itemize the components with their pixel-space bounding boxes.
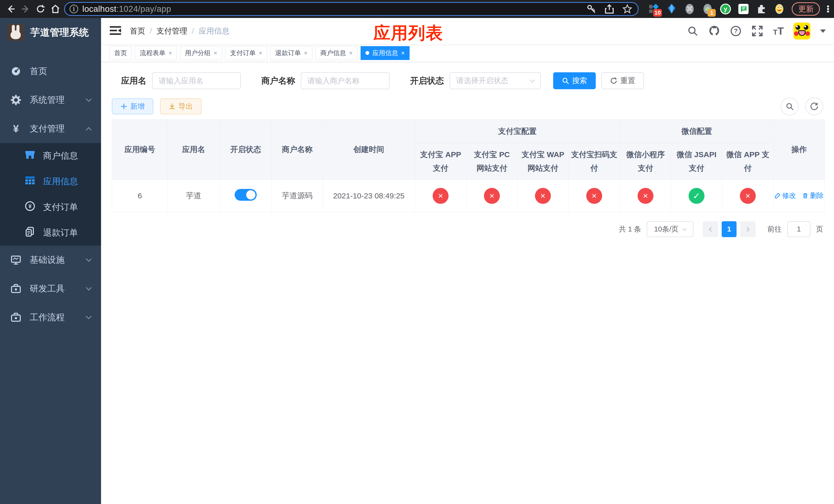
back-icon[interactable]: [5, 3, 17, 15]
address-bar[interactable]: i localhost:1024/pay/app: [64, 2, 639, 16]
status-cross-icon: ×: [535, 188, 551, 204]
cell-status: [220, 180, 272, 212]
bookmark-star-icon[interactable]: [621, 3, 633, 15]
chrome-menu-icon[interactable]: •••: [827, 5, 829, 13]
col-alipay-pc: 支付宝 PC 网站支付: [466, 143, 518, 180]
url-text[interactable]: localhost:1024/pay/app: [82, 4, 171, 14]
tab-app-info[interactable]: 应用信息×: [360, 46, 410, 60]
status-cross-icon: ×: [484, 188, 500, 204]
breadcrumb-home[interactable]: 首页: [130, 26, 145, 37]
reset-button[interactable]: 重置: [601, 72, 644, 89]
tab-refund-order[interactable]: 退款订单×: [270, 46, 312, 60]
extension-grid-icon[interactable]: 10: [648, 3, 659, 15]
page-content: 应用名 商户名称 开启状态 请选择开启状态 搜索 重置: [101, 62, 834, 504]
font-size-icon[interactable]: TT: [773, 26, 784, 36]
sidebar-item-label: 工作流程: [30, 312, 79, 323]
extension-chat-icon[interactable]: [738, 3, 749, 15]
close-icon[interactable]: ×: [259, 49, 262, 56]
page-number-button[interactable]: 1: [722, 221, 737, 237]
page-size-select[interactable]: 10条/页: [647, 221, 694, 237]
sidebar-item-merchant-info[interactable]: 商户信息: [0, 143, 101, 169]
tab-pay-order[interactable]: 支付订单×: [225, 46, 267, 60]
chevron-down-icon: [530, 77, 535, 83]
toolbox-icon: [10, 312, 22, 323]
avatar-caret-icon[interactable]: [820, 29, 826, 33]
add-button[interactable]: 新增: [112, 98, 153, 114]
site-info-icon[interactable]: i: [69, 5, 78, 13]
export-button[interactable]: 导出: [160, 98, 202, 114]
share-icon[interactable]: [603, 3, 615, 15]
sidebar-item-app-info[interactable]: 应用信息: [0, 169, 101, 194]
fullscreen-icon[interactable]: [751, 25, 763, 37]
merchant-name-input[interactable]: [301, 72, 390, 89]
browser-toolbar: i localhost:1024/pay/app 10 ⌘: [0, 0, 834, 18]
chevron-down-icon: [682, 226, 687, 231]
app-name-label: 应用名: [121, 75, 147, 87]
status-select-placeholder: 请选择开启状态: [456, 76, 508, 86]
sidebar-item-workflow[interactable]: 工作流程: [0, 303, 101, 332]
sidebar-item-pay-order[interactable]: ¥ 支付订单: [0, 194, 101, 220]
sidebar-item-infrastructure[interactable]: 基础设施: [0, 246, 101, 274]
extension-profile-icon[interactable]: 1: [702, 3, 713, 15]
close-icon[interactable]: ×: [349, 49, 353, 56]
col-alipay-wap: 支付宝 WAP 网站支付: [518, 143, 569, 180]
sidebar-item-refund-order[interactable]: 退款订单: [0, 220, 101, 246]
toggle-search-button[interactable]: [781, 97, 798, 115]
next-page-button[interactable]: [740, 221, 755, 237]
app-logo[interactable]: 芋道管理系统: [0, 18, 101, 47]
close-icon[interactable]: ×: [169, 49, 172, 56]
sidebar-item-label: 系统管理: [30, 94, 79, 106]
status-cross-icon: ×: [433, 188, 448, 204]
extension-command-icon[interactable]: ⌘: [684, 3, 695, 15]
close-icon[interactable]: ×: [401, 49, 405, 56]
payment-submenu: 商户信息 应用信息 ¥ 支付订单: [0, 143, 101, 246]
yen-circle-icon: ¥: [25, 201, 36, 213]
col-wechat-app: 微信 APP 支付: [722, 143, 774, 180]
tab-user-group[interactable]: 用户分组×: [180, 46, 222, 60]
close-icon[interactable]: ×: [304, 49, 307, 56]
user-avatar[interactable]: [793, 23, 810, 40]
help-icon[interactable]: ?: [730, 25, 742, 37]
refresh-button[interactable]: [805, 97, 823, 115]
chevron-up-icon: [86, 127, 92, 133]
sidebar-item-dev-tools[interactable]: 研发工具: [0, 274, 101, 303]
status-select[interactable]: 请选择开启状态: [449, 72, 541, 89]
profile-avatar-emoji-icon[interactable]: [774, 3, 785, 15]
search-button[interactable]: 搜索: [553, 72, 596, 89]
chevron-down-icon: [86, 96, 92, 102]
reload-icon[interactable]: [35, 3, 47, 15]
extension-kite-icon[interactable]: [666, 3, 677, 15]
status-toggle[interactable]: [235, 189, 257, 201]
forward-icon[interactable]: [20, 3, 32, 15]
delete-link[interactable]: 删除: [802, 191, 824, 200]
tab-home[interactable]: 首页: [109, 46, 132, 60]
sidebar-item-payment[interactable]: ¥ 支付管理: [0, 114, 101, 143]
extension-y-icon[interactable]: y: [720, 3, 731, 15]
search-icon[interactable]: [687, 25, 699, 37]
toolbox-icon: [10, 283, 22, 294]
breadcrumb-payment[interactable]: 支付管理: [156, 26, 187, 37]
github-icon[interactable]: [708, 25, 720, 37]
sidebar-item-label: 退款订单: [43, 227, 78, 239]
svg-text:¥: ¥: [28, 203, 32, 209]
prev-page-button[interactable]: [703, 221, 718, 237]
col-status: 开启状态: [220, 120, 272, 180]
sidebar-item-home[interactable]: 首页: [0, 57, 101, 86]
sidebar-item-label: 商户信息: [43, 150, 78, 162]
extensions-puzzle-icon[interactable]: [756, 3, 767, 15]
goto-page-input[interactable]: [787, 221, 810, 237]
password-key-icon[interactable]: [586, 3, 597, 15]
tab-merchant-info[interactable]: 商户信息×: [315, 46, 357, 60]
active-dot-icon: [366, 51, 369, 55]
navbar-actions: ? TT: [687, 23, 826, 40]
sidebar-collapse-icon[interactable]: [109, 25, 122, 37]
tab-process-form[interactable]: 流程表单×: [135, 46, 177, 60]
close-icon[interactable]: ×: [214, 49, 217, 56]
app-name-input[interactable]: [152, 72, 241, 89]
col-wechat-mini: 微信小程序支付: [620, 143, 671, 180]
chrome-update-button[interactable]: 更新: [792, 2, 820, 16]
edit-link[interactable]: 修改: [774, 191, 796, 200]
home-icon[interactable]: [49, 3, 62, 15]
sidebar-item-system[interactable]: 系统管理: [0, 86, 101, 114]
breadcrumb: 首页 / 支付管理 / 应用信息: [130, 26, 229, 37]
